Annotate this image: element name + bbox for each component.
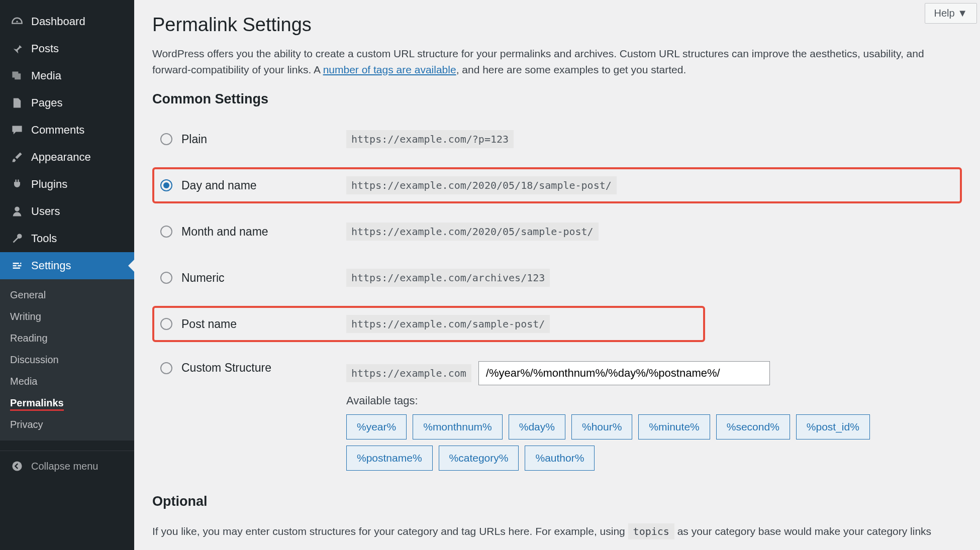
tag-minute[interactable]: %minute% <box>638 414 710 439</box>
submenu-item-reading[interactable]: Reading <box>0 327 134 349</box>
tag-monthnum[interactable]: %monthnum% <box>413 414 503 439</box>
optional-heading: Optional <box>152 494 962 509</box>
main-content: Help ▼ Permalink Settings WordPress offe… <box>134 0 980 550</box>
option-custom-structure: Custom Structure https://example.com Ava… <box>152 352 962 480</box>
tag-post-id[interactable]: %post_id% <box>796 414 870 439</box>
sidebar-item-label: Tools <box>31 232 57 245</box>
settings-submenu: General Writing Reading Discussion Media… <box>0 279 134 441</box>
sidebar-item-settings[interactable]: Settings <box>0 252 134 279</box>
option-numeric-label[interactable]: Numeric <box>160 271 346 285</box>
brush-icon <box>10 150 24 164</box>
option-month-and-name: Month and name https://example.com/2020/… <box>152 213 962 250</box>
sidebar-item-label: Dashboard <box>31 15 85 28</box>
sidebar-item-label: Appearance <box>31 151 91 164</box>
option-numeric: Numeric https://example.com/archives/123 <box>152 260 962 296</box>
option-day-and-name-label[interactable]: Day and name <box>160 179 346 192</box>
wrench-icon <box>10 232 24 246</box>
common-settings-heading: Common Settings <box>152 91 962 107</box>
dashboard-icon <box>10 15 24 29</box>
optional-text: If you like, you may enter custom struct… <box>152 523 962 539</box>
topics-code: topics <box>628 523 674 539</box>
plug-icon <box>10 177 24 191</box>
option-post-name: Post name https://example.com/sample-pos… <box>152 306 705 342</box>
option-plain-url: https://example.com/?p=123 <box>346 130 514 148</box>
tag-day[interactable]: %day% <box>509 414 565 439</box>
sidebar-item-pages[interactable]: Pages <box>0 89 134 117</box>
admin-sidebar: Dashboard Posts Media Pages Comments App… <box>0 0 134 550</box>
sidebar-item-label: Posts <box>31 42 59 55</box>
sidebar-item-comments[interactable]: Comments <box>0 117 134 144</box>
submenu-item-discussion[interactable]: Discussion <box>0 349 134 371</box>
submenu-item-media[interactable]: Media <box>0 371 134 392</box>
tag-second[interactable]: %second% <box>716 414 790 439</box>
option-day-and-name: Day and name https://example.com/2020/05… <box>152 167 962 203</box>
submenu-item-permalinks[interactable]: Permalinks <box>0 392 134 414</box>
submenu-item-writing[interactable]: Writing <box>0 306 134 327</box>
media-icon <box>10 69 24 83</box>
custom-structure-input[interactable] <box>478 361 770 385</box>
tag-hour[interactable]: %hour% <box>571 414 632 439</box>
settings-icon <box>10 259 24 273</box>
page-title: Permalink Settings <box>152 14 962 36</box>
tag-category[interactable]: %category% <box>439 446 519 471</box>
pin-icon <box>10 42 24 56</box>
option-numeric-radio[interactable] <box>160 272 172 284</box>
tag-year[interactable]: %year% <box>346 414 407 439</box>
svg-point-0 <box>12 461 22 471</box>
tags-link[interactable]: number of tags are available <box>323 64 456 75</box>
available-tags: %year% %monthnum% %day% %hour% %minute% … <box>346 414 949 471</box>
option-post-name-radio[interactable] <box>160 318 172 330</box>
tag-postname[interactable]: %postname% <box>346 446 433 471</box>
option-custom-label[interactable]: Custom Structure <box>160 361 346 375</box>
comment-icon <box>10 123 24 137</box>
option-month-and-name-label[interactable]: Month and name <box>160 225 346 239</box>
custom-base-url: https://example.com <box>346 364 471 382</box>
option-plain: Plain https://example.com/?p=123 <box>152 121 962 157</box>
help-button[interactable]: Help ▼ <box>925 3 977 24</box>
sidebar-item-appearance[interactable]: Appearance <box>0 144 134 171</box>
sidebar-item-label: Plugins <box>31 178 67 191</box>
collapse-menu-button[interactable]: Collapse menu <box>0 451 134 481</box>
option-month-and-name-radio[interactable] <box>160 226 172 238</box>
option-numeric-url: https://example.com/archives/123 <box>346 269 550 287</box>
available-tags-label: Available tags: <box>346 394 954 407</box>
pages-icon <box>10 96 24 110</box>
option-plain-radio[interactable] <box>160 133 172 145</box>
user-icon <box>10 204 24 218</box>
option-custom-radio[interactable] <box>160 362 172 374</box>
sidebar-item-label: Media <box>31 69 61 82</box>
sidebar-item-plugins[interactable]: Plugins <box>0 171 134 198</box>
option-day-and-name-url: https://example.com/2020/05/18/sample-po… <box>346 176 617 194</box>
sidebar-item-tools[interactable]: Tools <box>0 225 134 252</box>
option-plain-label[interactable]: Plain <box>160 133 346 146</box>
sidebar-item-label: Users <box>31 205 60 218</box>
tag-author[interactable]: %author% <box>525 446 595 471</box>
option-month-and-name-url: https://example.com/2020/05/sample-post/ <box>346 223 599 241</box>
sidebar-item-posts[interactable]: Posts <box>0 35 134 62</box>
submenu-item-general[interactable]: General <box>0 284 134 306</box>
intro-text: WordPress offers you the ability to crea… <box>152 46 962 77</box>
sidebar-item-label: Comments <box>31 124 84 137</box>
option-post-name-url: https://example.com/sample-post/ <box>346 315 550 333</box>
option-day-and-name-radio[interactable] <box>160 179 172 191</box>
sidebar-item-label: Settings <box>31 259 71 272</box>
sidebar-item-label: Pages <box>31 96 62 109</box>
collapse-icon <box>10 459 24 473</box>
submenu-item-privacy[interactable]: Privacy <box>0 414 134 435</box>
collapse-label: Collapse menu <box>31 461 98 472</box>
sidebar-item-media[interactable]: Media <box>0 62 134 89</box>
option-post-name-label[interactable]: Post name <box>160 317 346 331</box>
sidebar-item-users[interactable]: Users <box>0 198 134 225</box>
sidebar-item-dashboard[interactable]: Dashboard <box>0 8 134 35</box>
